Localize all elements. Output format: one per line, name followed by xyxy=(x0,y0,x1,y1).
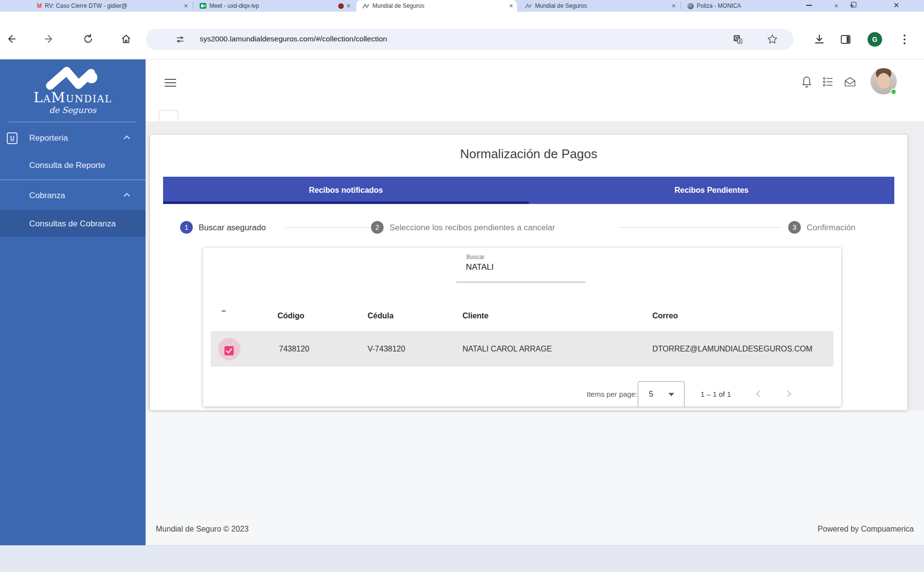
browser-menu-kebab-icon[interactable] xyxy=(900,33,909,48)
column-header-correo: Correo xyxy=(652,312,678,320)
sidebar: LaMundial de Seguros U Reporteria Consul… xyxy=(0,59,146,546)
meet-icon xyxy=(200,3,206,9)
collapsed-panel-chip[interactable] xyxy=(159,110,178,121)
page-size-select[interactable]: 5 xyxy=(638,381,684,406)
sidebar-item-cobranza[interactable]: Cobranza xyxy=(0,185,146,206)
step-number: 3 xyxy=(793,223,796,231)
tab-title: Mundial de Seguros xyxy=(535,2,669,9)
footer-left-text: Mundial de Seguro © 2023 xyxy=(156,525,249,534)
task-list-icon[interactable] xyxy=(822,76,834,89)
footer-right-text: Powered by Compuamerica xyxy=(719,525,914,534)
step-3-label: Confirmación xyxy=(807,223,855,233)
close-icon[interactable]: × xyxy=(347,2,351,9)
sidebar-item-label: Consulta de Reporte xyxy=(29,161,105,170)
gmail-icon: M xyxy=(37,2,42,9)
screen: M RV: Caso Cierre DTW - gidier@ × Meet -… xyxy=(0,0,924,572)
app-header xyxy=(146,59,924,121)
browser-tab-gmail[interactable]: M RV: Caso Cierre DTW - gidier@ × xyxy=(31,0,192,12)
browser-tab-poliza[interactable]: Poliza - MONICA × xyxy=(682,0,842,12)
hamburger-menu-icon[interactable] xyxy=(165,79,176,87)
tab-title: RV: Caso Cierre DTW - gidier@ xyxy=(45,2,181,9)
chevron-up-icon xyxy=(124,193,130,199)
cell-cedula: V-7438120 xyxy=(368,345,405,353)
back-icon[interactable] xyxy=(6,34,17,46)
close-icon[interactable]: × xyxy=(672,2,676,9)
search-input[interactable] xyxy=(466,262,592,272)
window-maximize-button[interactable] xyxy=(851,2,856,7)
card-tabbar: Recibos notificados Recibos Pendientes xyxy=(163,177,894,204)
close-icon[interactable]: × xyxy=(184,2,188,9)
mail-envelope-icon[interactable] xyxy=(844,76,856,89)
side-panel-icon[interactable] xyxy=(840,34,851,47)
items-per-page-label: Items per page: xyxy=(587,390,637,398)
tab-recibos-notificados[interactable]: Recibos notificados xyxy=(163,177,529,204)
sidebar-divider xyxy=(0,180,146,180)
report-icon-letter: U xyxy=(10,135,15,142)
previous-page-icon[interactable] xyxy=(756,390,763,397)
tab-title: Meet - uxd-diqx-lvp xyxy=(209,2,335,9)
sidebar-divider xyxy=(9,122,137,122)
browser-tab-mundial-active[interactable]: Mundial de Seguros × xyxy=(356,0,517,12)
browser-tab-mundial[interactable]: Mundial de Seguros × xyxy=(519,0,680,12)
tab-label: Recibos Pendientes xyxy=(674,186,748,195)
tab-title: Poliza - MONICA xyxy=(697,2,832,9)
window-close-button[interactable]: ✕ xyxy=(893,1,900,10)
site-settings-tune-icon[interactable] xyxy=(175,35,185,46)
logo-tagline: de Seguros xyxy=(0,105,146,115)
cell-codigo: 7438120 xyxy=(279,345,309,353)
chevron-up-icon xyxy=(124,135,130,142)
main-area: Normalización de Pagos Recibos notificad… xyxy=(146,59,924,546)
step-3-circle[interactable]: 3 xyxy=(788,221,801,234)
cell-correo: DTORREZ@LAMUNDIALDESEGUROS.COM xyxy=(652,345,813,353)
sidebar-item-consulta-de-reporte[interactable]: Consulta de Reporte xyxy=(0,155,146,176)
url-text[interactable]: sys2000.lamundialdeseguros.com/#/collect… xyxy=(200,35,387,43)
tab-separator xyxy=(681,2,681,9)
content-area: Normalización de Pagos Recibos notificad… xyxy=(146,121,924,546)
step-number: 2 xyxy=(375,223,379,231)
forward-icon[interactable] xyxy=(44,34,55,46)
tab-label: Recibos notificados xyxy=(309,186,383,195)
active-tab-ink-bar xyxy=(163,202,529,204)
close-icon[interactable]: × xyxy=(834,2,838,9)
profile-initial: G xyxy=(872,36,878,43)
sidebar-item-label: Cobranza xyxy=(29,191,65,201)
next-page-icon[interactable] xyxy=(784,390,791,397)
notifications-bell-icon[interactable] xyxy=(801,75,813,90)
home-icon[interactable] xyxy=(121,34,131,46)
sidebar-item-reporteria[interactable]: U Reporteria xyxy=(0,128,146,149)
tab-recibos-pendientes[interactable]: Recibos Pendientes xyxy=(529,177,894,204)
step-2-circle[interactable]: 2 xyxy=(371,221,384,234)
lamundial-ribbon-logo-icon xyxy=(41,64,105,93)
reload-icon[interactable] xyxy=(83,34,93,46)
windows-taskbar: 32°C Soleado Buscar PRE xyxy=(0,545,924,572)
search-field-label: Buscar xyxy=(466,254,484,260)
cell-cliente: NATALI CAROL ARRAGE xyxy=(462,345,552,353)
step-connector xyxy=(618,227,782,228)
row-checkbox[interactable] xyxy=(224,346,234,355)
app-window: LaMundial de Seguros U Reporteria Consul… xyxy=(0,59,924,545)
address-bar[interactable]: sys2000.lamundialdeseguros.com/#/collect… xyxy=(146,29,794,50)
column-header-codigo: Código xyxy=(277,312,304,320)
step-1-label: Buscar asegurado xyxy=(199,223,266,233)
bookmark-star-icon[interactable] xyxy=(767,34,777,46)
globe-icon xyxy=(687,3,694,9)
browser-profile-avatar[interactable]: G xyxy=(868,32,882,47)
tab-title: Mundial de Seguros xyxy=(372,2,506,9)
select-all-checkbox[interactable] xyxy=(222,310,226,312)
report-icon: U xyxy=(7,132,18,144)
logo-name: LaMundial xyxy=(0,90,146,106)
online-status-dot xyxy=(890,89,897,95)
close-icon[interactable]: × xyxy=(509,2,513,9)
translate-icon[interactable]: G xyxy=(733,34,743,46)
browser-tabstrip: M RV: Caso Cierre DTW - gidier@ × Meet -… xyxy=(0,0,924,12)
window-minimize-button[interactable] xyxy=(806,5,812,6)
downloads-icon[interactable] xyxy=(814,34,825,47)
recording-dot-icon xyxy=(338,3,344,9)
browser-tab-meet[interactable]: Meet - uxd-diqx-lvp × xyxy=(194,0,354,12)
paginator-range: 1 – 1 of 1 xyxy=(701,390,731,398)
page-size-value: 5 xyxy=(649,390,653,399)
sidebar-item-consultas-de-cobranza-active[interactable]: Consultas de Cobranza xyxy=(0,210,146,237)
select-caret-icon xyxy=(668,393,674,396)
step-1-circle[interactable]: 1 xyxy=(180,221,193,234)
mundial-shield-icon xyxy=(362,2,370,10)
